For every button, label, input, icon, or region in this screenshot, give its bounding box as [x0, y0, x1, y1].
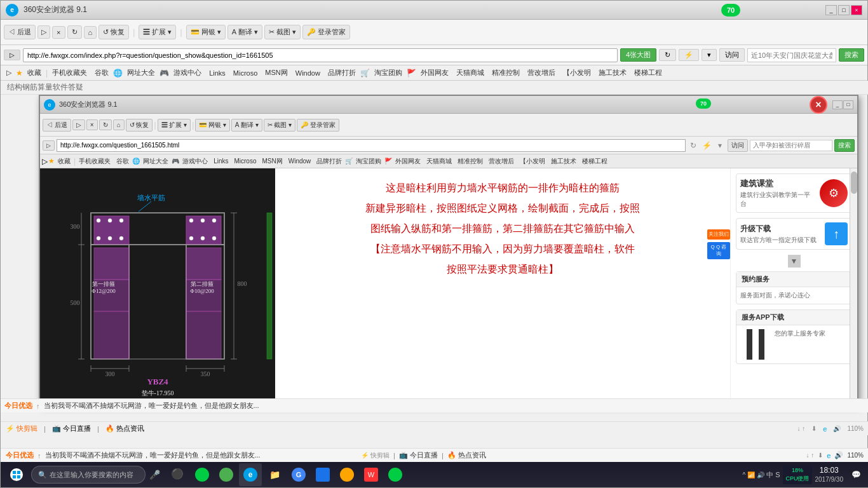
- inner-bookmark-links[interactable]: Links: [211, 157, 231, 165]
- notification-btn-inner[interactable]: 💬: [846, 464, 865, 485]
- bookmark-luti[interactable]: 楼梯工程: [631, 67, 665, 78]
- inner-app-red[interactable]: W: [360, 463, 383, 486]
- inner-app-google[interactable]: G: [287, 463, 310, 486]
- restore-btn-inner[interactable]: ↺ 恢复: [126, 119, 153, 132]
- inner-scroll-thumb[interactable]: [851, 172, 857, 194]
- search-btn-outer[interactable]: 搜索: [839, 48, 864, 62]
- back-btn-outer[interactable]: ◁ 后退: [4, 25, 36, 39]
- refresh-btn-inner[interactable]: ↻: [99, 119, 112, 130]
- inner-search-input[interactable]: [750, 140, 832, 151]
- refresh2-btn-outer[interactable]: ↻: [659, 49, 676, 61]
- expand-btn-outer[interactable]: ☰ 扩展 ▾: [139, 25, 176, 39]
- inner-tray-volume[interactable]: 🔊: [757, 471, 764, 478]
- bookmark-tianmao[interactable]: 天猫商城: [453, 67, 487, 78]
- inner-bookmark-game[interactable]: 游戏中心: [180, 156, 210, 166]
- bookmark-shigong[interactable]: 施工技术: [595, 67, 630, 78]
- tab-indicator-outer[interactable]: ▷: [4, 50, 20, 60]
- expand-btn-inner[interactable]: ☰ 扩展 ▾: [158, 119, 191, 132]
- bookmark-window[interactable]: Window: [292, 69, 323, 78]
- inner-app-blue[interactable]: [311, 463, 334, 486]
- inner-tray-lang[interactable]: 中: [766, 470, 773, 480]
- bookmark-shoucang[interactable]: 收藏: [24, 67, 44, 78]
- screenshot-btn-inner[interactable]: ✂ 截图 ▾: [264, 119, 296, 132]
- address-input-outer[interactable]: [23, 48, 618, 62]
- bookmark-game[interactable]: 游戏中心: [170, 67, 205, 78]
- inner-bookmark-microso[interactable]: Microso: [231, 157, 259, 165]
- bookmark-arrow[interactable]: ▷: [3, 68, 15, 78]
- search-input-outer[interactable]: [747, 48, 836, 62]
- bookmark-links[interactable]: Links: [206, 69, 229, 78]
- inner-app-green2[interactable]: [384, 463, 407, 486]
- visit-btn-inner[interactable]: 访问: [728, 139, 748, 152]
- inner-app-ie[interactable]: e: [239, 463, 262, 486]
- inner-close-circle-btn[interactable]: ×: [810, 96, 827, 114]
- stop-btn-outer[interactable]: ×: [52, 26, 65, 39]
- inner-jintian-btn[interactable]: 📺 今日直播: [399, 451, 438, 460]
- arrow-btn-outer[interactable]: ▾: [702, 49, 717, 61]
- inner-address-input[interactable]: [57, 139, 686, 152]
- inner-bookmark-google[interactable]: 谷歌: [114, 156, 132, 166]
- inner-bookmark-window[interactable]: Window: [286, 157, 314, 165]
- inner-bookmark-msn[interactable]: MSN网: [260, 156, 285, 166]
- inner-tray-arrow[interactable]: ^: [742, 471, 745, 478]
- inner-app-circles[interactable]: ⚫: [166, 463, 189, 486]
- refresh-btn-outer[interactable]: ↻: [67, 25, 82, 39]
- inner-tray-s[interactable]: S: [775, 471, 780, 478]
- qq-zixun-btn[interactable]: Q Q 咨询: [707, 242, 730, 259]
- bookmark-wangzhi[interactable]: 网址大全: [124, 67, 158, 78]
- inner-news-logo[interactable]: 今日优选: [6, 451, 34, 460]
- bookmark-xiaofaming[interactable]: 【小发明: [560, 67, 594, 78]
- translate-btn-inner[interactable]: A 翻译 ▾: [231, 119, 262, 132]
- inner-app-s[interactable]: [191, 463, 214, 486]
- inner-bookmark-wangzhi[interactable]: 网址大全: [140, 156, 171, 166]
- outer-close-btn[interactable]: ×: [851, 5, 862, 15]
- netbank-btn-outer[interactable]: 💳 网银 ▾: [186, 25, 226, 39]
- home-btn-inner[interactable]: ⌂: [113, 119, 125, 130]
- inner-news-arrow[interactable]: ↑: [37, 452, 41, 459]
- redian-btn[interactable]: 🔥 热点资讯: [105, 424, 144, 433]
- taskbar-search-inner[interactable]: 🔍 在这里输入你要搜索的内容: [31, 466, 146, 484]
- login-btn-outer[interactable]: 🔑 登录管家: [302, 25, 350, 39]
- outer-news-logo[interactable]: 今日优选: [4, 401, 32, 410]
- inner-bookmark-yingzeng[interactable]: 营改增后: [486, 156, 517, 166]
- forward-btn-inner[interactable]: ▷: [72, 119, 85, 130]
- lightning-icon-inner[interactable]: ⚡: [701, 140, 712, 151]
- login-btn-inner[interactable]: 🔑 登录管家: [297, 119, 339, 132]
- inner-bookmark-luti[interactable]: 楼梯工程: [580, 156, 610, 166]
- bookmark-taobao[interactable]: 淘宝团购: [371, 67, 405, 78]
- inner-tray-network[interactable]: 📶: [747, 471, 755, 478]
- inner-bookmark-arrow[interactable]: ▷: [42, 157, 48, 166]
- home-btn-outer[interactable]: ⌂: [84, 26, 97, 39]
- outer-news-arrow[interactable]: ↑: [36, 402, 40, 410]
- restore-btn-outer[interactable]: ↺ 恢复: [98, 25, 129, 39]
- inner-redian-btn[interactable]: 🔥 热点资讯: [447, 451, 486, 460]
- bookmark-google[interactable]: 谷歌: [92, 67, 112, 78]
- zoom-btn-outer[interactable]: 4张大图: [620, 48, 656, 62]
- refresh-icon-inner[interactable]: ↻: [688, 140, 699, 151]
- inner-bookmark-brand[interactable]: 品牌打折: [314, 156, 344, 166]
- inner-bookmark-shoucang[interactable]: 收藏: [55, 156, 73, 166]
- bookmark-brand[interactable]: 品牌打折: [325, 67, 359, 78]
- bookmark-foreign[interactable]: 外国网友: [417, 67, 452, 78]
- jintian-btn[interactable]: 📺 今日直播: [52, 424, 91, 433]
- inner-app-g[interactable]: [215, 463, 238, 486]
- back-btn-inner[interactable]: ◁ 后退: [43, 119, 71, 132]
- kuaijianji-btn[interactable]: ⚡ 快剪辑: [6, 424, 37, 433]
- inner-bookmark-foreign[interactable]: 外国网友: [393, 156, 423, 166]
- outer-maximize-btn[interactable]: □: [838, 5, 850, 15]
- inner-search-btn[interactable]: 搜索: [834, 139, 855, 152]
- taskbar-mic-inner[interactable]: 🎤: [149, 470, 160, 480]
- visit-btn-outer[interactable]: 访问: [719, 48, 745, 62]
- inner-tab-indicator[interactable]: ▷: [43, 140, 55, 151]
- translate-btn-outer[interactable]: A 翻译 ▾: [227, 25, 262, 39]
- sidebar-scroll-arrow[interactable]: ▼: [788, 255, 801, 268]
- inner-bookmark-xiaofaming[interactable]: 【小发明: [517, 156, 548, 166]
- bookmark-mobile[interactable]: 手机收藏夹: [49, 67, 90, 78]
- stop-btn-inner[interactable]: ×: [86, 119, 98, 130]
- lightning-btn-outer[interactable]: ⚡: [679, 49, 699, 61]
- guanzhu-btn[interactable]: 关注我们: [707, 229, 730, 240]
- bookmark-yingzeng[interactable]: 营改增后: [524, 67, 559, 78]
- inner-scrollbar[interactable]: [850, 168, 857, 405]
- inner-bookmark-tianmao[interactable]: 天猫商城: [424, 156, 454, 166]
- inner-bookmark-shigong[interactable]: 施工技术: [548, 156, 579, 166]
